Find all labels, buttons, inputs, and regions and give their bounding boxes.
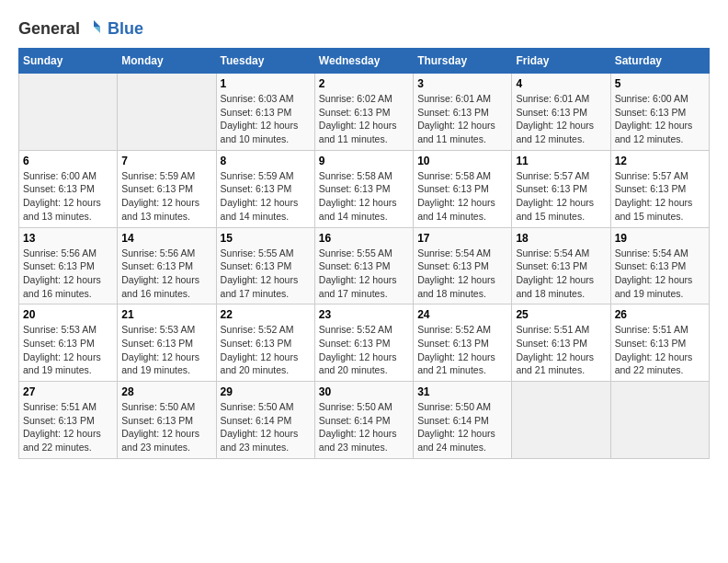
calendar-week-2: 6Sunrise: 6:00 AMSunset: 6:13 PMDaylight… bbox=[19, 150, 710, 227]
calendar-cell: 14Sunrise: 5:56 AMSunset: 6:13 PMDayligh… bbox=[118, 227, 216, 304]
weekday-header-row: SundayMondayTuesdayWednesdayThursdayFrid… bbox=[19, 49, 710, 74]
day-info: Sunrise: 5:59 AMSunset: 6:13 PMDaylight:… bbox=[221, 169, 311, 224]
day-info: Sunrise: 5:54 AMSunset: 6:13 PMDaylight:… bbox=[417, 247, 507, 301]
day-number: 17 bbox=[417, 232, 507, 245]
day-info: Sunrise: 5:56 AMSunset: 6:13 PMDaylight:… bbox=[23, 247, 113, 301]
logo: General Blue bbox=[18, 18, 143, 39]
day-number: 2 bbox=[319, 77, 409, 90]
day-info: Sunrise: 5:55 AMSunset: 6:13 PMDaylight:… bbox=[319, 247, 409, 301]
weekday-header-friday: Friday bbox=[512, 49, 610, 74]
day-number: 29 bbox=[221, 385, 311, 398]
calendar-cell bbox=[610, 382, 709, 459]
calendar-cell: 17Sunrise: 5:54 AMSunset: 6:13 PMDayligh… bbox=[414, 227, 512, 304]
day-info: Sunrise: 6:00 AMSunset: 6:13 PMDaylight:… bbox=[615, 92, 705, 146]
day-number: 24 bbox=[417, 308, 507, 321]
day-info: Sunrise: 5:57 AMSunset: 6:13 PMDaylight:… bbox=[516, 169, 606, 224]
day-number: 1 bbox=[221, 77, 311, 90]
day-info: Sunrise: 5:53 AMSunset: 6:13 PMDaylight:… bbox=[121, 323, 211, 377]
calendar-cell: 12Sunrise: 5:57 AMSunset: 6:13 PMDayligh… bbox=[610, 150, 709, 227]
calendar-cell: 29Sunrise: 5:50 AMSunset: 6:14 PMDayligh… bbox=[216, 382, 314, 459]
calendar-cell: 11Sunrise: 5:57 AMSunset: 6:13 PMDayligh… bbox=[512, 150, 610, 227]
logo-flag-icon bbox=[84, 18, 104, 39]
calendar-cell: 20Sunrise: 5:53 AMSunset: 6:13 PMDayligh… bbox=[19, 304, 118, 382]
day-info: Sunrise: 5:51 AMSunset: 6:13 PMDaylight:… bbox=[516, 323, 606, 377]
calendar-cell: 25Sunrise: 5:51 AMSunset: 6:13 PMDayligh… bbox=[512, 304, 610, 382]
day-info: Sunrise: 5:50 AMSunset: 6:14 PMDaylight:… bbox=[417, 400, 507, 454]
calendar-cell bbox=[118, 74, 216, 151]
day-number: 15 bbox=[221, 232, 311, 245]
calendar-cell: 1Sunrise: 6:03 AMSunset: 6:13 PMDaylight… bbox=[216, 74, 314, 151]
day-info: Sunrise: 5:50 AMSunset: 6:14 PMDaylight:… bbox=[319, 400, 409, 454]
calendar-cell: 6Sunrise: 6:00 AMSunset: 6:13 PMDaylight… bbox=[19, 150, 118, 227]
calendar-cell bbox=[512, 382, 610, 459]
day-info: Sunrise: 6:00 AMSunset: 6:13 PMDaylight:… bbox=[23, 169, 113, 224]
day-info: Sunrise: 6:02 AMSunset: 6:13 PMDaylight:… bbox=[319, 92, 409, 146]
day-info: Sunrise: 5:53 AMSunset: 6:13 PMDaylight:… bbox=[23, 323, 113, 377]
day-info: Sunrise: 5:59 AMSunset: 6:13 PMDaylight:… bbox=[121, 169, 211, 224]
calendar-table: SundayMondayTuesdayWednesdayThursdayFrid… bbox=[18, 48, 710, 459]
calendar-cell: 18Sunrise: 5:54 AMSunset: 6:13 PMDayligh… bbox=[512, 227, 610, 304]
day-info: Sunrise: 5:52 AMSunset: 6:13 PMDaylight:… bbox=[319, 323, 409, 377]
day-number: 11 bbox=[516, 155, 606, 167]
day-number: 21 bbox=[121, 308, 211, 321]
calendar-cell: 23Sunrise: 5:52 AMSunset: 6:13 PMDayligh… bbox=[314, 304, 413, 382]
day-number: 4 bbox=[516, 77, 606, 90]
day-info: Sunrise: 5:51 AMSunset: 6:13 PMDaylight:… bbox=[615, 323, 705, 377]
calendar-cell: 27Sunrise: 5:51 AMSunset: 6:13 PMDayligh… bbox=[19, 382, 118, 459]
svg-marker-0 bbox=[94, 20, 100, 27]
day-number: 31 bbox=[417, 385, 507, 398]
day-number: 25 bbox=[516, 308, 606, 321]
calendar-cell: 2Sunrise: 6:02 AMSunset: 6:13 PMDaylight… bbox=[314, 74, 413, 151]
day-number: 16 bbox=[319, 232, 409, 245]
calendar-week-4: 20Sunrise: 5:53 AMSunset: 6:13 PMDayligh… bbox=[19, 304, 710, 382]
day-number: 28 bbox=[121, 385, 211, 398]
calendar-cell: 28Sunrise: 5:50 AMSunset: 6:13 PMDayligh… bbox=[118, 382, 216, 459]
calendar-week-3: 13Sunrise: 5:56 AMSunset: 6:13 PMDayligh… bbox=[19, 227, 710, 304]
day-number: 9 bbox=[319, 155, 409, 167]
day-number: 22 bbox=[221, 308, 311, 321]
logo-blue: Blue bbox=[108, 19, 143, 39]
day-number: 18 bbox=[516, 232, 606, 245]
day-info: Sunrise: 5:50 AMSunset: 6:13 PMDaylight:… bbox=[121, 400, 211, 454]
day-number: 19 bbox=[615, 232, 705, 245]
calendar-cell: 30Sunrise: 5:50 AMSunset: 6:14 PMDayligh… bbox=[314, 382, 413, 459]
logo-general: General bbox=[18, 19, 80, 39]
day-info: Sunrise: 6:03 AMSunset: 6:13 PMDaylight:… bbox=[221, 92, 311, 146]
calendar-cell: 7Sunrise: 5:59 AMSunset: 6:13 PMDaylight… bbox=[118, 150, 216, 227]
day-number: 8 bbox=[221, 155, 311, 167]
day-info: Sunrise: 5:54 AMSunset: 6:13 PMDaylight:… bbox=[615, 247, 705, 301]
day-number: 14 bbox=[121, 232, 211, 245]
day-info: Sunrise: 5:58 AMSunset: 6:13 PMDaylight:… bbox=[319, 169, 409, 224]
day-info: Sunrise: 6:01 AMSunset: 6:13 PMDaylight:… bbox=[516, 92, 606, 146]
calendar-week-1: 1Sunrise: 6:03 AMSunset: 6:13 PMDaylight… bbox=[19, 74, 710, 151]
calendar-cell: 16Sunrise: 5:55 AMSunset: 6:13 PMDayligh… bbox=[314, 227, 413, 304]
day-number: 5 bbox=[615, 77, 705, 90]
day-number: 7 bbox=[121, 155, 211, 167]
day-info: Sunrise: 5:50 AMSunset: 6:14 PMDaylight:… bbox=[221, 400, 311, 454]
calendar-cell: 21Sunrise: 5:53 AMSunset: 6:13 PMDayligh… bbox=[118, 304, 216, 382]
calendar-cell: 3Sunrise: 6:01 AMSunset: 6:13 PMDaylight… bbox=[414, 74, 512, 151]
day-number: 20 bbox=[23, 308, 113, 321]
day-info: Sunrise: 5:55 AMSunset: 6:13 PMDaylight:… bbox=[221, 247, 311, 301]
day-info: Sunrise: 5:51 AMSunset: 6:13 PMDaylight:… bbox=[23, 400, 113, 454]
day-number: 27 bbox=[23, 385, 113, 398]
calendar-cell: 22Sunrise: 5:52 AMSunset: 6:13 PMDayligh… bbox=[216, 304, 314, 382]
weekday-header-wednesday: Wednesday bbox=[314, 49, 413, 74]
day-info: Sunrise: 6:01 AMSunset: 6:13 PMDaylight:… bbox=[417, 92, 507, 146]
svg-marker-1 bbox=[94, 27, 100, 33]
calendar-cell: 24Sunrise: 5:52 AMSunset: 6:13 PMDayligh… bbox=[414, 304, 512, 382]
day-info: Sunrise: 5:56 AMSunset: 6:13 PMDaylight:… bbox=[121, 247, 211, 301]
day-info: Sunrise: 5:52 AMSunset: 6:13 PMDaylight:… bbox=[221, 323, 311, 377]
calendar-cell: 5Sunrise: 6:00 AMSunset: 6:13 PMDaylight… bbox=[610, 74, 709, 151]
day-number: 3 bbox=[417, 77, 507, 90]
page-header: General Blue bbox=[18, 18, 710, 39]
weekday-header-monday: Monday bbox=[118, 49, 216, 74]
calendar-cell bbox=[19, 74, 118, 151]
weekday-header-thursday: Thursday bbox=[414, 49, 512, 74]
weekday-header-tuesday: Tuesday bbox=[216, 49, 314, 74]
weekday-header-saturday: Saturday bbox=[610, 49, 709, 74]
day-info: Sunrise: 5:57 AMSunset: 6:13 PMDaylight:… bbox=[615, 169, 705, 224]
calendar-cell: 8Sunrise: 5:59 AMSunset: 6:13 PMDaylight… bbox=[216, 150, 314, 227]
calendar-cell: 9Sunrise: 5:58 AMSunset: 6:13 PMDaylight… bbox=[314, 150, 413, 227]
weekday-header-sunday: Sunday bbox=[19, 49, 118, 74]
